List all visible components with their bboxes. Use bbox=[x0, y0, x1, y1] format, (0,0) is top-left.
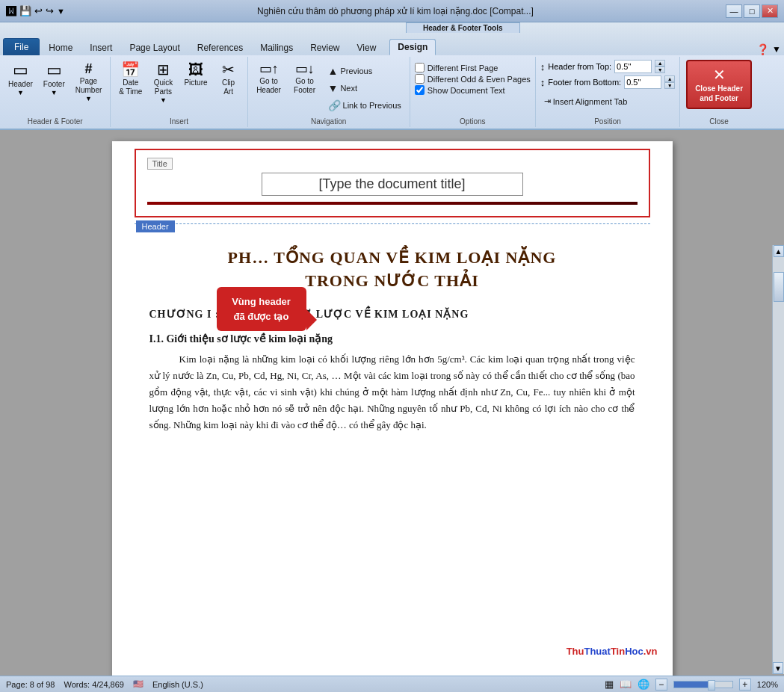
group-position-content: ↕ Header from Top: ▲ ▼ ↕ Footer from Bot… bbox=[540, 60, 675, 116]
scroll-up-button[interactable]: ▲ bbox=[774, 245, 784, 257]
zoom-fill bbox=[674, 682, 709, 688]
page-number-button[interactable]: # PageNumber ▼ bbox=[72, 60, 106, 105]
group-close-label: Close bbox=[709, 117, 729, 126]
date-time-icon: 📅 bbox=[121, 62, 140, 77]
watermark-thu: Thu bbox=[567, 646, 584, 657]
goto-header-icon: ▭↑ bbox=[259, 62, 279, 75]
ribbon: ▭ Header ▼ ▭ Footer ▼ # PageNumber ▼ Hea… bbox=[0, 55, 784, 130]
title-bar-icons: 🆆 💾 ↩ ↪ ▼ bbox=[6, 5, 65, 17]
tab-home[interactable]: Home bbox=[40, 40, 81, 55]
window-close-button[interactable]: ✕ bbox=[762, 4, 778, 18]
view-reading-icon[interactable]: 📖 bbox=[620, 679, 632, 690]
quick-parts-button[interactable]: ⊞ QuickParts ▼ bbox=[149, 60, 177, 106]
scrollbar-right[interactable]: ▲ ▼ bbox=[772, 245, 784, 674]
watermark-thuat: Thuat bbox=[584, 646, 610, 657]
footer-from-bottom-row: ↕ Footer from Bottom: ▲ ▼ bbox=[540, 75, 675, 89]
group-options-content: Different First Page Different Odd & Eve… bbox=[415, 60, 531, 116]
group-header-footer: ▭ Header ▼ ▭ Footer ▼ # PageNumber ▼ Hea… bbox=[0, 57, 111, 127]
language-flag: 🇺🇸 bbox=[133, 679, 143, 689]
footer-icon: ▭ bbox=[46, 62, 62, 78]
group-position-label: Position bbox=[594, 117, 621, 126]
document-title-placeholder[interactable]: [Type the document title] bbox=[262, 173, 523, 196]
header-button[interactable]: ▭ Header ▼ bbox=[4, 60, 37, 99]
header-from-top-input[interactable] bbox=[614, 60, 652, 73]
header-tag: Header bbox=[136, 220, 175, 232]
watermark-text: ThuThuatTinHoc.vn bbox=[567, 646, 658, 657]
insert-alignment-tab-button[interactable]: ⇥ Insert Alignment Tab bbox=[540, 94, 675, 108]
ribbon-right-controls: ❓ ▼ bbox=[756, 43, 784, 55]
footer-bottom-increment[interactable]: ▲ bbox=[664, 75, 675, 82]
goto-footer-icon: ▭↓ bbox=[295, 62, 315, 75]
picture-icon: 🖼 bbox=[188, 62, 203, 77]
group-insert-label: Insert bbox=[170, 117, 188, 126]
view-layout-icon[interactable]: ▦ bbox=[605, 679, 614, 690]
header-top-icon: ↕ bbox=[540, 61, 546, 72]
zoom-handle[interactable] bbox=[708, 680, 715, 691]
footer-from-bottom-input[interactable] bbox=[624, 75, 661, 89]
tab-review[interactable]: Review bbox=[302, 40, 348, 55]
customize-icon[interactable]: ▼ bbox=[57, 7, 65, 16]
header-callout-tooltip: Vùng header đã được tạo bbox=[217, 287, 306, 331]
header-top-decrement[interactable]: ▼ bbox=[655, 67, 665, 73]
next-icon: ▼ bbox=[328, 82, 339, 94]
minimize-button[interactable]: — bbox=[726, 4, 742, 18]
title-bar-controls[interactable]: — □ ✕ bbox=[726, 4, 778, 18]
tab-mailings[interactable]: Mailings bbox=[252, 40, 301, 55]
show-document-text-row: Show Document Text bbox=[415, 85, 505, 95]
undo-icon[interactable]: ↩ bbox=[34, 5, 43, 16]
tab-view[interactable]: View bbox=[349, 40, 385, 55]
group-header-footer-label: Header & Footer bbox=[28, 117, 83, 126]
group-close: ✕ Close Headerand Footer Close bbox=[680, 57, 758, 127]
position-inputs: ↕ Header from Top: ▲ ▼ ↕ Footer from Bot… bbox=[540, 60, 675, 108]
zoom-out-button[interactable]: − bbox=[655, 679, 667, 691]
different-odd-even-row: Different Odd & Even Pages bbox=[415, 74, 531, 84]
picture-button[interactable]: 🖼 Picture bbox=[180, 60, 211, 90]
zoom-in-button[interactable]: + bbox=[739, 679, 751, 691]
maximize-button[interactable]: □ bbox=[744, 4, 760, 18]
scroll-down-button[interactable]: ▼ bbox=[773, 662, 783, 674]
tab-design[interactable]: Design bbox=[389, 39, 436, 55]
header-dropdown-arrow: ▼ bbox=[17, 89, 24, 96]
footer-bottom-decrement[interactable]: ▼ bbox=[664, 82, 675, 89]
group-navigation: ▭↑ Go toHeader ▭↓ Go toFooter ▲ Previous… bbox=[248, 57, 410, 127]
group-position: ↕ Header from Top: ▲ ▼ ↕ Footer from Bot… bbox=[536, 57, 680, 127]
clip-art-button[interactable]: ✂ ClipArt bbox=[214, 60, 243, 99]
tab-references[interactable]: References bbox=[189, 40, 251, 55]
watermark-hoc: Hoc bbox=[625, 646, 643, 657]
tab-insert[interactable]: Insert bbox=[81, 40, 120, 55]
tab-page-layout[interactable]: Page Layout bbox=[121, 40, 188, 55]
header-top-increment[interactable]: ▲ bbox=[655, 60, 665, 67]
minimize-ribbon-icon[interactable]: ▼ bbox=[772, 44, 781, 55]
close-header-footer-button[interactable]: ✕ Close Headerand Footer bbox=[686, 60, 752, 109]
show-document-text-checkbox[interactable] bbox=[415, 85, 425, 95]
different-odd-even-checkbox[interactable] bbox=[415, 74, 425, 84]
goto-header-button[interactable]: ▭↑ Go toHeader bbox=[253, 60, 285, 97]
zoom-slider[interactable] bbox=[673, 681, 733, 688]
document-main-title: PH… TỔNG QUAN VỀ KIM LOẠI NẶNG TRONG NƯỚ… bbox=[149, 247, 635, 293]
clip-art-icon: ✂ bbox=[222, 62, 235, 77]
group-navigation-label: Navigation bbox=[311, 117, 346, 126]
previous-button[interactable]: ▲ Previous bbox=[324, 63, 377, 79]
goto-footer-button[interactable]: ▭↓ Go toFooter bbox=[288, 60, 321, 97]
watermark-tin: Tin bbox=[611, 646, 625, 657]
title-field-label: Title bbox=[147, 158, 173, 170]
tab-file[interactable]: File bbox=[3, 38, 40, 55]
close-hf-icon: ✕ bbox=[713, 66, 726, 84]
redo-icon[interactable]: ↪ bbox=[46, 5, 54, 16]
different-first-page-checkbox[interactable] bbox=[415, 63, 425, 72]
page-number-icon: # bbox=[85, 62, 93, 75]
view-web-icon[interactable]: 🌐 bbox=[638, 679, 649, 690]
zoom-level-label: 120% bbox=[757, 680, 778, 689]
date-time-button[interactable]: 📅 Date& Time bbox=[115, 60, 146, 99]
help-icon[interactable]: ❓ bbox=[756, 43, 769, 55]
different-first-page-row: Different First Page bbox=[415, 63, 499, 72]
main-title-line2: TRONG NƯỚC THẢI bbox=[305, 271, 478, 290]
save-icon[interactable]: 💾 bbox=[19, 5, 31, 16]
footer-from-bottom-label: Footer from Bottom: bbox=[548, 78, 621, 87]
word-count: Words: 4/24,869 bbox=[64, 680, 124, 689]
scroll-thumb[interactable] bbox=[774, 272, 784, 302]
next-button[interactable]: ▼ Next bbox=[324, 80, 361, 96]
footer-button[interactable]: ▭ Footer ▼ bbox=[40, 60, 69, 99]
link-to-previous-button[interactable]: 🔗 Link to Previous bbox=[324, 97, 405, 114]
group-insert: 📅 Date& Time ⊞ QuickParts ▼ 🖼 Picture ✂ … bbox=[111, 57, 247, 127]
